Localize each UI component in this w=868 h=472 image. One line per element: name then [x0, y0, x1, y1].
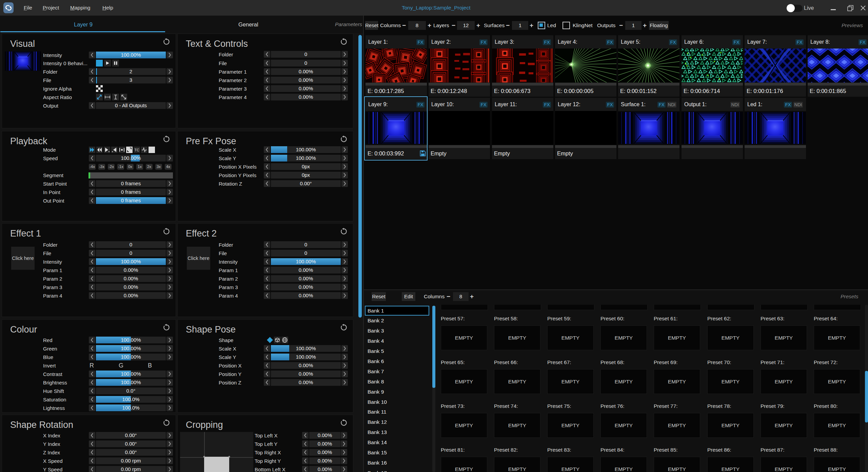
svg-text:TC: TC — [134, 148, 139, 152]
